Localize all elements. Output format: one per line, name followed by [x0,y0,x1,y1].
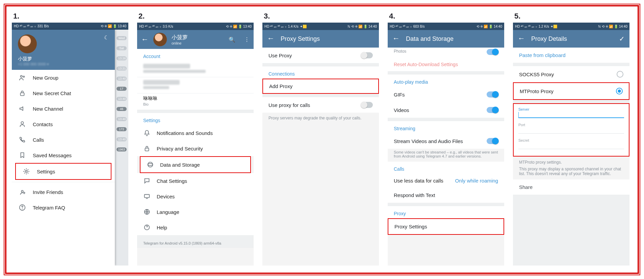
statusbar-right: ℕ ⟲ ⁜ 📶 🔋 14:40 [598,25,627,28]
settings-privacy[interactable]: Privacy and Security [137,141,254,156]
calls-note: Proxy servers may degrade the quality of… [262,113,379,127]
phone-2: HD ⁴⁶ ₐₗₗ ³⁸ ₐₗₗ ⬨ 3.5 K/s ⟲ ⁜ 📶 🔋 13:40… [137,23,254,266]
svg-point-5 [21,191,23,193]
port-field[interactable]: Port [518,123,624,134]
label: Add Proxy [269,83,292,89]
settings-language[interactable]: Language [137,204,254,220]
use-proxy-switch[interactable] [361,52,373,58]
respond-row[interactable]: Respond with Text [388,188,504,203]
menu-new-secret-chat[interactable]: New Secret Chat [12,85,115,101]
value: Only while roaming [455,178,498,184]
label: Use less data for calls [394,178,455,184]
server-label: Server [518,107,624,111]
less-data-row[interactable]: Use less data for callsOnly while roamin… [388,174,504,188]
photos-tail[interactable]: Photos [388,48,504,58]
svg-rect-7 [145,148,149,151]
more-icon[interactable]: ⋮ [244,36,250,43]
phone-3: HD ⁴⁶ ₐₗₗ ³⁸ ₐₗₗ ⬨ 1.4 K/s ✦🟨 ℕ ⟲ ⁜ 📶 🔋 … [262,23,379,266]
bio-text: 咻咻咻 [143,95,248,102]
drawer-user-name: 小菠萝 [18,56,109,62]
mt-note: MTProto proxy settings. This proxy may d… [513,157,629,179]
label: Use Proxy [268,53,292,58]
socks5-radio[interactable] [617,71,623,78]
account-username-blurred[interactable] [137,77,254,93]
back-icon[interactable] [267,35,275,43]
menu-faq[interactable]: Telegram FAQ [12,200,115,215]
use-proxy-calls-switch[interactable] [361,102,373,108]
avatar[interactable] [18,34,37,53]
gifs-switch[interactable] [487,91,498,97]
svg-point-4 [25,171,27,173]
phone-5: HD ⁴⁶ ₐₗₗ ³⁸ ₐₗₗ ⬨ 1.2 K/s ✦🟨 ℕ ⟲ ⁜ 📶 🔋 … [513,23,629,266]
secret-field[interactable]: Secret [518,138,624,149]
proxy-details-appbar: Proxy Details [513,30,629,48]
back-icon[interactable] [141,36,149,43]
svg-point-1 [23,76,25,78]
statusbar-net: 603 B/s [413,25,425,28]
chip: 13:40 [117,137,127,141]
label: Privacy and Security [157,146,203,151]
statusbar-left: HD ⁴⁶ ₐₗₗ ³⁸ ₐₗₗ ⬨ [264,25,287,28]
settings-data-storage[interactable]: Data and Storage [140,156,251,173]
mtproto-row[interactable]: MTProto Proxy [513,82,629,100]
settings-help[interactable]: Help [137,220,254,235]
label: Calls [33,137,44,143]
gifs-row[interactable]: GIFs [388,87,504,102]
settings-chat[interactable]: Chat Settings [137,173,254,189]
settings-caption: Settings [137,113,254,125]
settings-devices[interactable]: Devices [137,189,254,204]
settings-notifications[interactable]: Notifications and Sounds [137,125,254,141]
proxy-settings-row[interactable]: Proxy Settings [388,218,504,235]
menu-saved[interactable]: Saved Messages [12,147,115,163]
menu-contacts[interactable]: Contacts [12,116,115,132]
share-row[interactable]: Share [513,179,629,195]
avatar[interactable] [153,33,167,46]
server-field[interactable]: Server [518,107,624,118]
bio-label: Bio [143,102,248,106]
secret-label: Secret [518,138,624,142]
mtproto-radio[interactable] [616,88,623,94]
menu-calls[interactable]: Calls [12,132,115,147]
reset-auto-download[interactable]: Reset Auto-Download Settings [388,58,504,71]
label: New Channel [33,106,63,112]
socks5-row[interactable]: SOCKS5 Proxy [513,66,629,82]
statusbar-left: HD ⁴⁶ ₐₗₗ ³⁸ ₐₗₗ ⬨ [390,25,412,28]
stream-switch[interactable] [487,138,498,144]
label: New Secret Chat [33,90,71,96]
chip: 13:40 [117,97,127,101]
title: Data and Storage [406,35,499,43]
back-icon[interactable] [392,35,400,43]
svg-point-3 [21,122,23,124]
videos-row[interactable]: Videos [388,102,504,118]
menu-new-group[interactable]: New Group [12,70,115,85]
statusbar-right: ⟲ ⁜ 📶 🔋 13:40 [101,24,126,28]
step-4-number: 4. [389,12,504,21]
phone-4: HD ⁴⁶ ₐₗₗ ³⁸ ₐₗₗ ⬨ 603 B/s ⟲ ⁜ 📶 🔋 14:40… [388,23,504,266]
label: New Group [33,75,58,81]
statusbar-net: 3.5 K/s [163,25,173,28]
stream-row[interactable]: Stream Videos and Audio Files [388,133,504,149]
menu-new-channel[interactable]: New Channel [12,101,115,116]
chip: 13:28 [117,56,127,60]
account-bio[interactable]: 咻咻咻 Bio [137,93,254,110]
proxy-caption: Proxy [388,206,504,218]
title: Proxy Settings [281,35,374,43]
label: GIFs [394,92,405,97]
use-proxy-row[interactable]: Use Proxy [262,48,379,63]
confirm-icon[interactable] [619,35,625,43]
chip: Sat [117,46,127,50]
menu-invite[interactable]: Invite Friends [12,184,115,200]
videos-switch[interactable] [487,107,498,113]
statusbar-net: 331 B/s [37,24,49,28]
statusbar-net: 1.2 K/s [539,25,549,28]
data-storage-appbar: Data and Storage [388,30,504,48]
search-icon[interactable]: 🔍 [229,36,235,43]
account-phone-blurred[interactable] [137,61,254,77]
add-proxy-row[interactable]: Add Proxy [262,79,379,94]
night-mode-icon[interactable]: ☾ [104,34,109,41]
menu-settings[interactable]: Settings [15,163,111,180]
back-icon[interactable] [518,35,525,43]
use-proxy-calls-row[interactable]: Use proxy for calls [262,97,379,113]
paste-clipboard[interactable]: Paste from clipboard [513,48,629,63]
fields-box: Server Port Secret [513,103,629,157]
